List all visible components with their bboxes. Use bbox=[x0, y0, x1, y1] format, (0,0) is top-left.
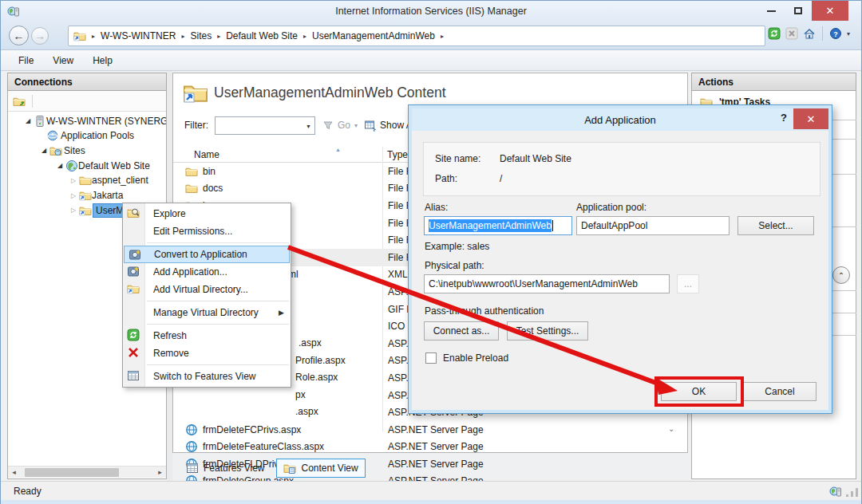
menu-item-explore[interactable]: Explore bbox=[123, 205, 291, 222]
close-icon: ✕ bbox=[826, 5, 835, 17]
scroll-down-icon[interactable]: ⌄ bbox=[668, 424, 674, 433]
breadcrumb-separator-icon: ▸ bbox=[441, 33, 444, 40]
file-type: ASP.NET Server Page bbox=[388, 441, 484, 452]
browse-button[interactable]: ... bbox=[677, 274, 699, 293]
tree-item[interactable]: ◢Sites bbox=[8, 143, 50, 158]
menu-item-add-application[interactable]: Add Application... bbox=[123, 263, 291, 281]
address-bar: ← → ▸W-WS-WINTNER▸Sites▸Default Web Site… bbox=[1, 22, 861, 50]
file-name: Role.aspx bbox=[295, 372, 338, 383]
filter-label: Filter: bbox=[184, 120, 208, 131]
toolbar-separator bbox=[32, 95, 33, 108]
go-button[interactable]: Go bbox=[338, 120, 350, 131]
tree-item-label: Jakarta bbox=[92, 190, 123, 201]
help-icon[interactable]: ? bbox=[829, 27, 842, 40]
breadcrumb-item[interactable]: Default Web Site bbox=[226, 30, 298, 41]
tree-item-label: Application Pools bbox=[61, 130, 134, 141]
globe-icon bbox=[185, 423, 198, 436]
file-name: .aspx bbox=[299, 337, 322, 348]
file-name: frmDeleteFeatureClass.aspx bbox=[203, 441, 324, 452]
menu-item-switch-to-features-view[interactable]: Switch to Features View bbox=[123, 368, 291, 385]
breadcrumb-item[interactable]: UserManagementAdminWeb bbox=[312, 30, 435, 41]
menu-item-edit-permissions[interactable]: Edit Permissions... bbox=[123, 222, 291, 240]
page-title: UserManagementAdminWeb Content bbox=[214, 85, 446, 101]
tab-features-view[interactable]: Features View bbox=[179, 459, 271, 478]
titlebar: Internet Information Services (IIS) Mana… bbox=[1, 1, 861, 22]
menu-item-add-virtual-directory[interactable]: Add Virtual Directory... bbox=[123, 281, 291, 298]
menubar-item-view[interactable]: View bbox=[43, 52, 83, 69]
app-pool-input[interactable]: DefaultAppPool bbox=[576, 216, 730, 235]
breadcrumb-item[interactable]: Sites bbox=[190, 30, 212, 41]
physical-path-label: Physical path: bbox=[425, 260, 484, 271]
refresh-page-icon[interactable] bbox=[768, 27, 781, 40]
tree-collapse-icon[interactable]: ◢ bbox=[24, 117, 32, 124]
show-all-icon[interactable] bbox=[364, 119, 377, 132]
tree-item[interactable]: ▷Jakarta bbox=[8, 188, 80, 203]
sort-ascending-icon: ▲ bbox=[335, 147, 341, 152]
table-row[interactable]: frmDeleteFCPrivs.aspxASP.NET Server Page bbox=[174, 421, 678, 439]
tree-expand-icon[interactable]: ▷ bbox=[69, 192, 77, 199]
iis-status-icon bbox=[829, 485, 842, 498]
tree-item[interactable]: ▷aspnet_client bbox=[8, 173, 80, 188]
status-bar: Ready bbox=[1, 481, 861, 500]
select-button[interactable]: Select... bbox=[737, 216, 814, 235]
home-icon[interactable] bbox=[803, 27, 816, 40]
connections-hscrollbar[interactable]: ◂ ▸ bbox=[8, 466, 166, 478]
menu-item-label: Edit Permissions... bbox=[153, 226, 232, 237]
tree-collapse-icon[interactable]: ◢ bbox=[56, 162, 64, 169]
menubar-item-file[interactable]: File bbox=[9, 52, 43, 69]
vdir-icon bbox=[79, 189, 92, 202]
close-button[interactable]: ✕ bbox=[812, 1, 848, 21]
back-button[interactable]: ← bbox=[9, 26, 29, 45]
create-connection-icon[interactable] bbox=[13, 95, 26, 108]
menu-separator bbox=[147, 242, 289, 243]
close-icon: ✕ bbox=[807, 113, 816, 125]
text-caret bbox=[552, 220, 553, 231]
table-row[interactable]: frmDeleteFeatureClass.aspxASP.NET Server… bbox=[174, 439, 678, 456]
submenu-arrow-icon: ▶ bbox=[279, 309, 284, 317]
scroll-right-icon[interactable]: ▸ bbox=[154, 468, 166, 476]
menu-item-manage-virtual-directory[interactable]: Manage Virtual Directory▶ bbox=[123, 304, 291, 321]
test-settings-button[interactable]: Test Settings... bbox=[507, 321, 588, 341]
stop-icon[interactable] bbox=[785, 27, 798, 40]
minimize-button[interactable] bbox=[757, 1, 785, 21]
tab-content-view[interactable]: Content View bbox=[276, 459, 365, 478]
vdir-icon bbox=[127, 282, 140, 295]
menu-item-refresh[interactable]: Refresh bbox=[123, 327, 291, 345]
breadcrumb-item[interactable]: W-WS-WINTNER bbox=[101, 30, 176, 41]
tree-expand-icon[interactable]: ▷ bbox=[69, 177, 77, 184]
file-name: bin bbox=[203, 166, 216, 177]
maximize-button[interactable] bbox=[785, 1, 812, 21]
chevron-down-icon[interactable]: ▼ bbox=[306, 124, 311, 129]
go-dropdown-icon[interactable]: ▾ bbox=[354, 122, 358, 129]
tree-item[interactable]: ◢W-WS-WINTNER (SYNERGIS\ bbox=[8, 113, 34, 128]
tree-expand-icon[interactable]: ▷ bbox=[69, 207, 77, 214]
help-dropdown-icon[interactable]: ▾ bbox=[847, 30, 850, 37]
resize-grip[interactable] bbox=[846, 488, 858, 497]
filter-input[interactable]: ▼ bbox=[215, 116, 315, 135]
tree-item-label: Default Web Site bbox=[78, 160, 150, 171]
collapse-section-button[interactable]: ⌃ bbox=[832, 266, 850, 284]
tree-item[interactable]: ▷UserManagementAdminWeb bbox=[8, 203, 80, 218]
breadcrumb[interactable]: ▸W-WS-WINTNER▸Sites▸Default Web Site▸Use… bbox=[68, 26, 765, 46]
enable-preload-checkbox[interactable] bbox=[425, 352, 437, 364]
dialog-close-button[interactable]: ✕ bbox=[793, 108, 828, 129]
physical-path-input[interactable]: C:\inetpub\wwwroot\UserManagementAdminWe… bbox=[424, 274, 670, 293]
connect-as-button[interactable]: Connect as... bbox=[424, 321, 499, 341]
menubar-item-help[interactable]: Help bbox=[83, 52, 122, 69]
tree-collapse-icon[interactable]: ◢ bbox=[40, 147, 48, 154]
alias-input[interactable]: UserManagementAdminWeb bbox=[424, 216, 572, 235]
menu-bar: FileViewHelp bbox=[1, 50, 861, 71]
column-type[interactable]: Type bbox=[387, 149, 408, 160]
column-name[interactable]: Name bbox=[194, 149, 219, 160]
menu-item-remove[interactable]: Remove bbox=[123, 345, 291, 362]
menu-item-convert-to-application[interactable]: Convert to Application bbox=[124, 246, 290, 263]
scrollbar-thumb[interactable] bbox=[25, 468, 119, 477]
forward-button[interactable]: → bbox=[31, 27, 49, 45]
toolbar-separator bbox=[822, 26, 823, 41]
cancel-button[interactable]: Cancel bbox=[743, 382, 817, 401]
menu-separator bbox=[147, 301, 289, 301]
dialog-help-button[interactable]: ? bbox=[781, 112, 787, 124]
scroll-left-icon[interactable]: ◂ bbox=[8, 468, 20, 476]
tree-item[interactable]: ◢Default Web Site bbox=[8, 158, 66, 173]
breadcrumb-separator-icon: ▸ bbox=[303, 33, 306, 40]
